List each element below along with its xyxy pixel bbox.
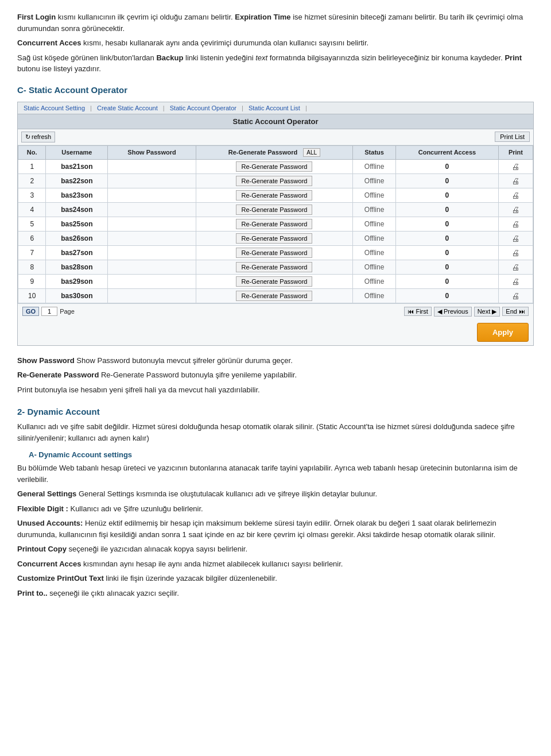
regen-button[interactable]: Re-Generate Password: [236, 248, 312, 258]
concurrent-acces-p: Concurrent Acces kısmından aynı hesap il…: [17, 558, 534, 570]
tab-static-account-list[interactable]: Static Account List: [249, 105, 300, 111]
section-c-heading: C- Static Account Operator: [17, 85, 534, 95]
row-concurrent: 0: [396, 245, 499, 260]
row-show-password: [108, 245, 196, 260]
table-row: 10 bas30son Re-Generate Password Offline…: [18, 288, 533, 303]
page-input[interactable]: [41, 307, 57, 316]
row-status: Offline: [353, 173, 396, 188]
col-status: Status: [353, 145, 396, 159]
row-print[interactable]: 🖨: [498, 217, 533, 231]
row-regen: Re-Generate Password: [196, 173, 352, 188]
regen-button[interactable]: Re-Generate Password: [236, 233, 312, 244]
row-username: bas24son: [46, 202, 108, 217]
regen-button[interactable]: Re-Generate Password: [236, 219, 312, 229]
section-a-dynamic-heading: A- Dynamic Account settings: [29, 450, 534, 459]
regen-button[interactable]: Re-Generate Password: [236, 262, 312, 272]
table-row: 8 bas28son Re-Generate Password Offline …: [18, 260, 533, 274]
table-row: 6 bas26son Re-Generate Password Offline …: [18, 231, 533, 245]
print-icon: 🖨: [511, 263, 519, 272]
sep2: |: [163, 105, 165, 111]
row-no: 9: [18, 274, 46, 288]
row-print[interactable]: 🖨: [498, 231, 533, 245]
regen-desc: Re-Generate Password Re-Generate Passwor…: [17, 369, 534, 381]
row-concurrent: 0: [396, 288, 499, 303]
page-label: Page: [60, 308, 75, 315]
row-no: 4: [18, 202, 46, 217]
row-username: bas29son: [46, 274, 108, 288]
row-no: 1: [18, 159, 46, 173]
apply-button[interactable]: Apply: [477, 323, 529, 342]
row-print[interactable]: 🖨: [498, 188, 533, 202]
regen-button[interactable]: Re-Generate Password: [236, 291, 312, 301]
intro-p2: Concurrent Acces kısmı, hesabı kullanara…: [17, 37, 534, 49]
go-button[interactable]: GO: [22, 307, 39, 316]
printout-copy-p: Printout Copy seçeneği ile yazıcıdan alı…: [17, 543, 534, 555]
row-no: 8: [18, 260, 46, 274]
row-status: Offline: [353, 288, 396, 303]
previous-button[interactable]: ◀ Previous: [434, 307, 472, 317]
print-list-button[interactable]: Print List: [495, 132, 530, 142]
regen-button[interactable]: Re-Generate Password: [236, 190, 312, 200]
next-button[interactable]: Next ▶: [474, 307, 500, 317]
print-icon: 🖨: [511, 176, 519, 186]
row-regen: Re-Generate Password: [196, 159, 352, 173]
col-username: Username: [46, 145, 108, 159]
row-regen: Re-Generate Password: [196, 217, 352, 231]
regen-button[interactable]: Re-Generate Password: [236, 276, 312, 287]
table-row: 9 bas29son Re-Generate Password Offline …: [18, 274, 533, 288]
row-username: bas22son: [46, 173, 108, 188]
customize-printout-p: Customize PrintOut Text linki ile fişin …: [17, 573, 534, 584]
row-show-password: [108, 217, 196, 231]
row-username: bas27son: [46, 245, 108, 260]
row-regen: Re-Generate Password: [196, 202, 352, 217]
section-2-p1: Kullanıcı adı ve şifre sabit değildir. H…: [17, 421, 534, 443]
row-concurrent: 0: [396, 217, 499, 231]
col-show-password: Show Password: [108, 145, 196, 159]
row-username: bas23son: [46, 188, 108, 202]
row-print[interactable]: 🖨: [498, 260, 533, 274]
tab-create-static-account[interactable]: Create Static Account: [97, 105, 158, 111]
tab-static-account-setting[interactable]: Static Account Setting: [24, 105, 85, 111]
regen-button[interactable]: Re-Generate Password: [236, 161, 312, 172]
col-regen-password: Re-Generate Password ALL: [196, 145, 352, 159]
row-print[interactable]: 🖨: [498, 288, 533, 303]
regen-button[interactable]: Re-Generate Password: [236, 205, 312, 215]
accounts-table: No. Username Show Password Re-Generate P…: [18, 145, 533, 303]
row-print[interactable]: 🖨: [498, 245, 533, 260]
row-no: 3: [18, 188, 46, 202]
row-print[interactable]: 🖨: [498, 159, 533, 173]
show-pwd-desc: Show Password Show Password butonuyla me…: [17, 355, 534, 367]
first-button[interactable]: ⏮ First: [404, 307, 431, 316]
refresh-button[interactable]: ↻ refresh: [21, 132, 55, 142]
row-regen: Re-Generate Password: [196, 231, 352, 245]
print-icon: 🖨: [511, 191, 519, 200]
row-status: Offline: [353, 159, 396, 173]
row-regen: Re-Generate Password: [196, 260, 352, 274]
row-no: 7: [18, 245, 46, 260]
row-no: 6: [18, 231, 46, 245]
end-button[interactable]: End ⏭: [502, 307, 529, 316]
row-print[interactable]: 🖨: [498, 173, 533, 188]
print-to-p: Print to.. seçeneği ile çıktı alınacak y…: [17, 588, 534, 599]
pagination-row: GO Page ⏮ First ◀ Previous Next ▶ End ⏭: [18, 303, 533, 319]
all-button[interactable]: ALL: [303, 148, 320, 157]
row-print[interactable]: 🖨: [498, 274, 533, 288]
row-status: Offline: [353, 202, 396, 217]
row-username: bas30son: [46, 288, 108, 303]
row-concurrent: 0: [396, 188, 499, 202]
row-username: bas21son: [46, 159, 108, 173]
panel-title: Static Account Operator: [18, 114, 533, 129]
print-icon: 🖨: [511, 277, 519, 286]
row-print[interactable]: 🖨: [498, 202, 533, 217]
row-regen: Re-Generate Password: [196, 188, 352, 202]
table-row: 4 bas24son Re-Generate Password Offline …: [18, 202, 533, 217]
tab-static-account-operator[interactable]: Static Account Operator: [170, 105, 236, 111]
row-no: 5: [18, 217, 46, 231]
sep3: |: [242, 105, 243, 111]
row-show-password: [108, 274, 196, 288]
row-no: 2: [18, 173, 46, 188]
row-show-password: [108, 288, 196, 303]
regen-button[interactable]: Re-Generate Password: [236, 176, 312, 186]
row-status: Offline: [353, 188, 396, 202]
intro-p1: First Login kısmı kullanıcının ilk çevri…: [17, 11, 534, 34]
